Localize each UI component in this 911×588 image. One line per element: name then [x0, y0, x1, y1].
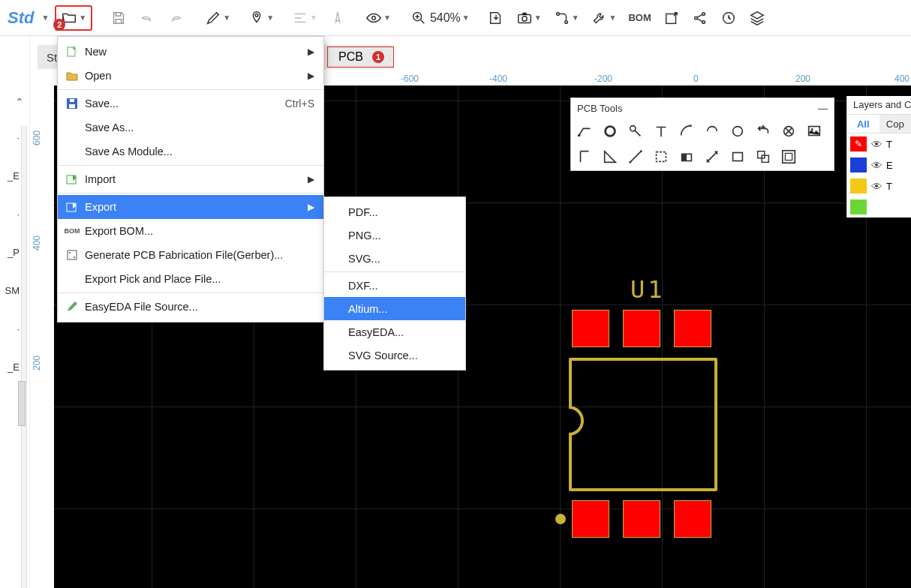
pad[interactable] — [674, 500, 711, 538]
sidebar-divider[interactable] — [21, 126, 27, 588]
pcb-tools-panel[interactable]: PCB Tools — — [570, 98, 834, 171]
tool-dimension-angle[interactable] — [601, 148, 619, 166]
layer-swatch-green[interactable] — [850, 200, 867, 214]
tool-arc[interactable] — [678, 122, 696, 140]
svg-point-22 — [606, 127, 615, 136]
layer-swatch-blue[interactable] — [850, 158, 867, 172]
place-dropdown[interactable]: ▼ — [244, 7, 278, 29]
pad[interactable] — [572, 500, 609, 538]
tree-item[interactable]: _E — [0, 348, 21, 386]
layers-tab-all[interactable]: All — [847, 115, 879, 133]
undo-button[interactable] — [134, 7, 160, 29]
svg-point-4 — [522, 16, 527, 20]
pcb-tools-header[interactable]: PCB Tools — — [571, 98, 834, 118]
tool-rect-fill[interactable] — [678, 148, 696, 166]
layer-row-top[interactable]: ✎ 👁 T — [847, 134, 911, 154]
visibility-eye-icon[interactable]: 👁 — [870, 180, 883, 193]
layers-panel-title[interactable]: Layers and C — [847, 96, 911, 114]
visibility-eye-icon[interactable]: 👁 — [870, 138, 883, 151]
menu-gerber[interactable]: Generate PCB Fabrication File(Gerber)... — [58, 243, 323, 267]
sidebar-drag-handle[interactable] — [18, 381, 26, 426]
tool-rect[interactable] — [729, 148, 747, 166]
pad[interactable] — [572, 310, 609, 347]
layer-row-bottom[interactable]: 👁 E — [847, 154, 911, 176]
layer-row-extra[interactable] — [847, 196, 911, 218]
menu-export-bom[interactable]: BOM Export BOM... — [58, 219, 323, 243]
compass-button[interactable] — [325, 7, 350, 29]
menu-save[interactable]: Save... Ctrl+S — [58, 92, 323, 116]
tool-hole[interactable] — [780, 122, 798, 140]
tool-circle[interactable] — [729, 122, 747, 140]
share-button[interactable] — [687, 7, 713, 29]
file-menu-button[interactable]: ▼ 2 — [55, 5, 92, 31]
route-dropdown[interactable]: ▼ — [549, 7, 584, 29]
pad[interactable] — [623, 500, 660, 538]
save-toolbar-button[interactable] — [106, 7, 131, 29]
zoom-button[interactable]: 540%▼ — [406, 7, 474, 29]
view-dropdown[interactable]: ▼ — [361, 7, 395, 29]
export-svg-source[interactable]: SVG Source... — [324, 344, 465, 367]
share-icon — [692, 10, 708, 26]
sidebar-collapse-chevron[interactable]: ⌃ — [15, 96, 27, 108]
export-svg[interactable]: SVG... — [324, 247, 465, 270]
tool-dimension-v[interactable] — [576, 148, 594, 166]
export-easyeda[interactable]: EasyEDA... — [324, 320, 465, 344]
tool-move[interactable] — [754, 122, 772, 140]
tool-track[interactable] — [576, 122, 594, 140]
project-tree: · _E · _P SM · _E — [0, 118, 21, 386]
menu-new[interactable]: New ▶ — [58, 40, 323, 64]
mode-std-label[interactable]: Std — [5, 8, 37, 28]
tool-text[interactable] — [652, 122, 670, 140]
tool-canvas[interactable] — [780, 148, 798, 166]
tree-item[interactable]: · — [0, 195, 21, 233]
export-png[interactable]: PNG... — [324, 224, 465, 247]
tool-pad[interactable] — [601, 122, 619, 140]
zoom-level-text: 540% — [430, 11, 461, 25]
menu-open[interactable]: Open ▶ — [58, 64, 323, 88]
tools-dropdown[interactable]: ▼ — [587, 7, 621, 29]
redo-button[interactable] — [163, 7, 188, 29]
panel-collapse-button[interactable]: — — [818, 103, 828, 114]
tool-measure[interactable] — [703, 148, 721, 166]
layers-toolbar-button[interactable] — [744, 7, 770, 29]
tree-item[interactable]: · — [0, 118, 21, 157]
export-dxf[interactable]: DXF... — [324, 274, 465, 297]
visibility-eye-icon[interactable]: 👁 — [870, 159, 883, 172]
tree-item[interactable]: SM — [0, 272, 21, 310]
import-import-button[interactable] — [483, 7, 509, 29]
menu-save-module[interactable]: Save As Module... — [58, 140, 323, 164]
bom-button[interactable]: BOM — [624, 9, 655, 26]
edit-dropdown[interactable]: ▼ — [200, 7, 235, 29]
export-altium[interactable]: Altium... — [324, 297, 465, 320]
layer-row-silk[interactable]: 👁 T — [847, 176, 911, 196]
tool-region[interactable] — [652, 148, 670, 166]
mode-std-caret[interactable]: ▼ — [41, 14, 49, 22]
menu-file-source[interactable]: EasyEDA File Source... — [58, 295, 323, 319]
export-pdf[interactable]: PDF... — [324, 200, 465, 224]
menu-save-as[interactable]: Save As... — [58, 116, 323, 140]
align-button[interactable]: ▼ — [287, 7, 322, 29]
layer-swatch-yellow[interactable] — [850, 178, 867, 194]
pcb-tab-highlighted[interactable]: PCB 1 — [327, 46, 394, 68]
export-toolbar-button[interactable] — [659, 7, 684, 29]
camera-dropdown[interactable]: ▼ — [512, 7, 546, 29]
layer-swatch-red[interactable]: ✎ — [850, 136, 867, 152]
tree-item[interactable]: _E — [0, 157, 21, 195]
layers-tab-copper[interactable]: Cop — [879, 115, 912, 133]
menu-import[interactable]: Import ▶ — [58, 167, 323, 191]
layer-name: E — [886, 160, 893, 171]
tool-arc2[interactable] — [703, 122, 721, 140]
menu-export[interactable]: Export ▶ — [58, 195, 323, 219]
menu-pick-place[interactable]: Export Pick and Place File... — [58, 267, 323, 291]
pad[interactable] — [623, 310, 660, 347]
tool-line[interactable] — [627, 148, 645, 166]
layers-panel[interactable]: Layers and C All Cop ✎ 👁 T 👁 E 👁 T — [846, 96, 911, 218]
tool-via[interactable] — [627, 122, 645, 140]
tool-image[interactable] — [805, 122, 823, 140]
history-button[interactable] — [716, 7, 741, 29]
pad[interactable] — [674, 310, 711, 347]
tree-item[interactable]: · — [0, 310, 21, 348]
tool-group[interactable] — [754, 148, 772, 166]
ruler-tick: 200 — [32, 356, 42, 370]
tree-item[interactable]: _P — [0, 233, 21, 272]
